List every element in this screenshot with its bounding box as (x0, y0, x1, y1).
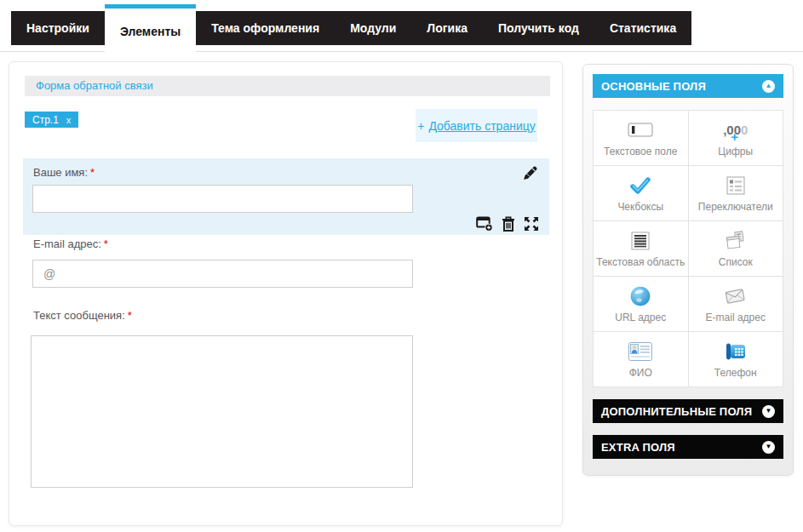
email-input[interactable] (32, 260, 413, 288)
top-navigation: Настройки Элементы Тема оформления Модул… (11, 11, 691, 52)
text-field-icon (628, 118, 653, 141)
dropdown-list-icon (724, 229, 747, 252)
section-basic-fields-header[interactable]: ОСНОВНЫЕ ПОЛЯ ▲ (593, 74, 783, 98)
globe-icon (629, 284, 651, 307)
form-title[interactable]: Форма обратной связи (25, 76, 550, 96)
palette-item-list[interactable]: Список (689, 221, 784, 277)
form-canvas-panel: Форма обратной связи Стр.1 x + Добавить … (9, 61, 563, 526)
page-tab-label: Стр.1 (32, 114, 59, 126)
tab-logic[interactable]: Логика (411, 11, 483, 45)
envelope-icon (724, 284, 747, 307)
palette-sidebar: ОСНОВНЫЕ ПОЛЯ ▲ Текстовое поле ,000+ Циф… (582, 64, 794, 476)
field-name-selected[interactable]: Ваше имя:* (23, 158, 549, 235)
chevron-down-circle-icon[interactable]: ▼ (762, 441, 775, 454)
palette-item-numbers[interactable]: ,000+ Цифры (689, 111, 784, 166)
chevron-down-circle-icon[interactable]: ▼ (762, 405, 775, 418)
tab-settings[interactable]: Настройки (11, 11, 105, 45)
move-icon[interactable] (524, 216, 539, 232)
palette-item-email[interactable]: E-mail адрес (689, 277, 784, 332)
name-input[interactable] (32, 185, 413, 213)
field-message-label: Текст сообщения:* (33, 309, 132, 322)
chevron-up-circle-icon[interactable]: ▲ (762, 80, 775, 93)
edit-pencil-icon[interactable] (521, 164, 539, 182)
add-page-label: Добавить страницу (428, 119, 535, 133)
palette-item-full-name[interactable]: ФИО (594, 332, 689, 387)
textarea-icon (631, 229, 650, 252)
tab-get-code[interactable]: Получить код (483, 11, 594, 45)
phone-icon (725, 340, 747, 363)
field-name-label: Ваше имя:* (33, 166, 95, 179)
checkbox-icon (629, 174, 651, 197)
add-page-button[interactable]: + Добавить страницу (416, 109, 537, 142)
selected-field-toolbar (476, 216, 539, 232)
palette-item-phone[interactable]: Телефон (689, 332, 784, 387)
field-email-label: E-mail адрес:* (33, 237, 108, 250)
page-tab-close-icon[interactable]: x (66, 115, 72, 125)
numbers-icon: ,000+ (723, 118, 748, 141)
required-asterisk: * (104, 237, 108, 250)
plus-icon: + (417, 119, 424, 133)
tab-statistics[interactable]: Статистика (594, 11, 691, 45)
palette-item-textarea[interactable]: Текстовая область (594, 221, 689, 277)
palette-item-url[interactable]: URL адрес (594, 277, 689, 332)
required-asterisk: * (128, 309, 132, 322)
palette-item-radios[interactable]: Переключатели (689, 166, 784, 221)
tab-modules[interactable]: Модули (335, 11, 411, 45)
trash-icon[interactable] (502, 216, 515, 232)
palette-item-checkboxes[interactable]: Чекбоксы (594, 166, 689, 221)
duplicate-icon[interactable] (476, 216, 493, 232)
page-tab[interactable]: Стр.1 x (25, 112, 78, 128)
section-extra-fields-header[interactable]: EXTRA ПОЛЯ ▼ (593, 435, 783, 459)
tab-theme[interactable]: Тема оформления (196, 11, 335, 45)
radio-list-icon (726, 174, 745, 197)
required-asterisk: * (90, 166, 95, 179)
section-additional-fields-header[interactable]: ДОПОЛНИТЕЛЬНЫЕ ПОЛЯ ▼ (593, 399, 783, 423)
basic-fields-grid: Текстовое поле ,000+ Цифры Чекбоксы Пере… (593, 110, 783, 387)
tab-elements[interactable]: Элементы (105, 4, 196, 52)
person-card-icon (628, 340, 652, 363)
message-textarea[interactable] (31, 335, 413, 488)
palette-item-text-field[interactable]: Текстовое поле (594, 111, 689, 166)
